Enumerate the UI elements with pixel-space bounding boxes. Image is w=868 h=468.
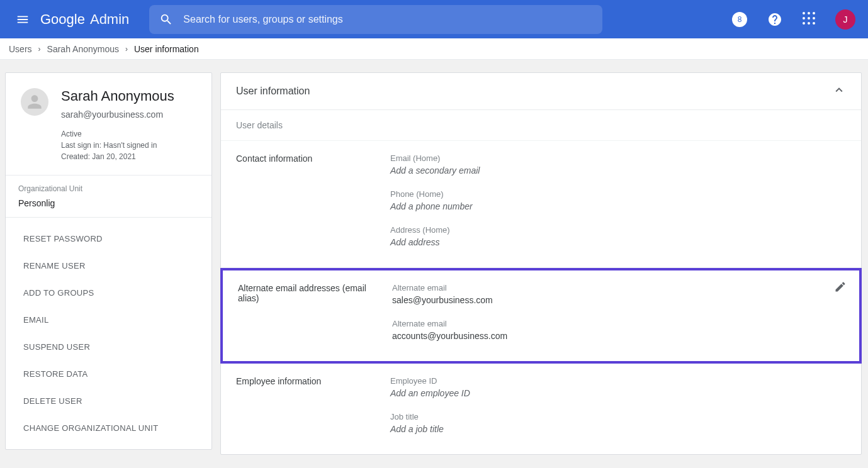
- search-icon: [159, 13, 173, 26]
- address-home-field: Address (Home) Add address: [390, 225, 846, 247]
- content-title: User information: [236, 86, 310, 97]
- address-home-placeholder: Add address: [390, 237, 846, 247]
- phone-home-field: Phone (Home) Add a phone number: [390, 189, 846, 211]
- avatar: J: [835, 9, 855, 30]
- job-title-placeholder: Add a job title: [390, 424, 846, 434]
- org-unit-section[interactable]: Organizational Unit Personlig: [6, 175, 211, 217]
- email-home-field: Email (Home) Add a secondary email: [390, 153, 846, 176]
- employee-id-field: Employee ID Add an employee ID: [390, 376, 846, 398]
- user-last-signin: Last sign in: Hasn't signed in: [61, 140, 174, 151]
- collapse-button[interactable]: [832, 83, 846, 99]
- org-unit-label: Organizational Unit: [18, 184, 199, 193]
- user-primary-email: sarah@yourbusiness.com: [61, 109, 174, 120]
- help-icon: [767, 12, 782, 27]
- header-icons: 8 J: [727, 7, 858, 32]
- email-home-placeholder: Add a secondary email: [390, 165, 846, 176]
- logo[interactable]: Google Admin: [40, 11, 129, 28]
- logo-admin: Admin: [90, 11, 129, 28]
- address-home-label: Address (Home): [390, 225, 846, 235]
- action-rename-user[interactable]: RENAME USER: [6, 252, 211, 279]
- content-header[interactable]: User information: [221, 73, 861, 110]
- search-bar[interactable]: [149, 5, 602, 34]
- email-home-label: Email (Home): [390, 153, 846, 163]
- user-created: Created: Jan 20, 2021: [61, 151, 174, 162]
- action-restore-data[interactable]: RESTORE DATA: [6, 360, 211, 387]
- breadcrumb-user[interactable]: Sarah Anonymous: [47, 44, 119, 54]
- menu-icon: [16, 13, 30, 26]
- user-status: Active: [61, 128, 174, 140]
- alternate-email-row: Alternate email sales@yourbusiness.com: [392, 283, 844, 305]
- edit-aliases-button[interactable]: [834, 281, 847, 296]
- main-content: Sarah Anonymous sarah@yourbusiness.com A…: [0, 60, 868, 468]
- logo-google: Google: [40, 11, 85, 28]
- breadcrumb-users[interactable]: Users: [9, 44, 32, 54]
- apps-button[interactable]: [798, 7, 823, 32]
- alternate-email-value: sales@yourbusiness.com: [392, 295, 844, 305]
- person-icon: [25, 92, 45, 112]
- employee-info-heading: Employee information: [236, 376, 390, 434]
- employee-id-label: Employee ID: [390, 376, 846, 386]
- contact-info-section[interactable]: Contact information Email (Home) Add a s…: [221, 141, 861, 268]
- user-info-card: User information User details Contact in…: [220, 72, 862, 455]
- alternate-email-label: Alternate email: [392, 283, 844, 292]
- pencil-icon: [834, 281, 847, 293]
- action-add-to-groups[interactable]: ADD TO GROUPS: [6, 279, 211, 306]
- user-sidebar-card: Sarah Anonymous sarah@yourbusiness.com A…: [5, 72, 212, 450]
- breadcrumb: Users › Sarah Anonymous › User informati…: [0, 38, 868, 60]
- contact-info-heading: Contact information: [236, 153, 390, 247]
- job-title-label: Job title: [390, 412, 846, 421]
- user-actions: RESET PASSWORD RENAME USER ADD TO GROUPS…: [6, 217, 211, 449]
- user-avatar[interactable]: [21, 88, 48, 116]
- phone-home-placeholder: Add a phone number: [390, 201, 846, 211]
- search-input[interactable]: [183, 14, 592, 25]
- hamburger-menu[interactable]: [10, 7, 35, 32]
- action-email[interactable]: EMAIL: [6, 306, 211, 333]
- top-header: Google Admin 8 J: [0, 0, 868, 38]
- alternate-email-value: accounts@yourbusiness.com: [392, 331, 844, 341]
- account-button[interactable]: J: [833, 7, 858, 32]
- chevron-up-icon: [832, 83, 846, 97]
- job-title-field: Job title Add a job title: [390, 412, 846, 434]
- alternate-emails-heading: Alternate email addresses (email alias): [238, 283, 392, 341]
- help-button[interactable]: [762, 7, 787, 32]
- user-card-header: Sarah Anonymous sarah@yourbusiness.com A…: [6, 73, 211, 175]
- badge-count: 8: [732, 12, 747, 27]
- chevron-right-icon: ›: [125, 45, 128, 53]
- org-unit-value: Personlig: [18, 198, 199, 208]
- action-change-org-unit[interactable]: CHANGE ORGANIZATIONAL UNIT: [6, 415, 211, 442]
- badge-button[interactable]: 8: [727, 7, 752, 32]
- breadcrumb-current: User information: [134, 44, 199, 54]
- employee-info-section[interactable]: Employee information Employee ID Add an …: [221, 364, 861, 454]
- alternate-emails-section[interactable]: Alternate email addresses (email alias) …: [220, 268, 862, 364]
- action-suspend-user[interactable]: SUSPEND USER: [6, 333, 211, 360]
- user-details-subtitle: User details: [221, 110, 861, 141]
- alternate-email-label: Alternate email: [392, 319, 844, 328]
- user-display-name: Sarah Anonymous: [61, 88, 174, 104]
- employee-id-placeholder: Add an employee ID: [390, 388, 846, 398]
- phone-home-label: Phone (Home): [390, 189, 846, 199]
- action-delete-user[interactable]: DELETE USER: [6, 387, 211, 415]
- apps-icon: [803, 12, 818, 27]
- action-reset-password[interactable]: RESET PASSWORD: [6, 225, 211, 252]
- chevron-right-icon: ›: [38, 45, 41, 53]
- alternate-email-row: Alternate email accounts@yourbusiness.co…: [392, 319, 844, 341]
